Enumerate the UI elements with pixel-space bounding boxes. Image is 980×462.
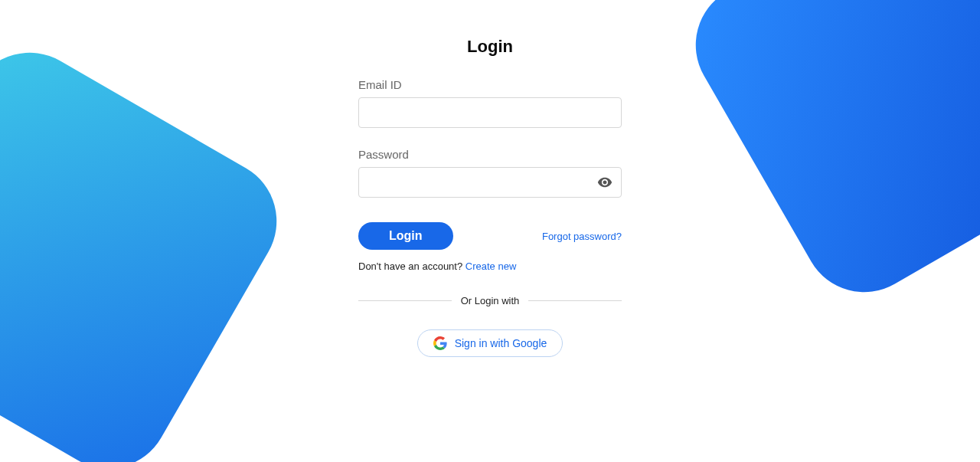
divider-line-left: [358, 300, 452, 301]
signup-row: Don't have an account? Create new: [358, 260, 622, 272]
google-signin-button[interactable]: Sign in with Google: [417, 329, 564, 357]
background-shape-right: [673, 0, 980, 315]
divider-line-right: [528, 300, 622, 301]
eye-icon: [597, 175, 612, 190]
login-button[interactable]: Login: [358, 222, 453, 250]
password-input[interactable]: [358, 167, 622, 198]
create-account-link[interactable]: Create new: [466, 260, 516, 272]
google-button-label: Sign in with Google: [455, 337, 547, 349]
login-form: Login Email ID Password Login Forgot pas…: [358, 0, 622, 357]
background-shape-left: [0, 30, 299, 462]
email-label: Email ID: [358, 78, 622, 91]
divider-text: Or Login with: [452, 295, 529, 306]
forgot-password-link[interactable]: Forgot password?: [542, 231, 622, 242]
password-input-wrap: [358, 167, 622, 198]
email-input[interactable]: [358, 97, 622, 128]
password-label: Password: [358, 148, 622, 161]
divider: Or Login with: [358, 295, 622, 306]
email-field-group: Email ID: [358, 78, 622, 128]
password-field-group: Password: [358, 148, 622, 198]
toggle-password-visibility-icon[interactable]: [597, 175, 612, 190]
signup-prompt: Don't have an account?: [358, 260, 466, 272]
google-button-wrap: Sign in with Google: [358, 329, 622, 357]
page-title: Login: [358, 37, 622, 57]
email-input-wrap: [358, 97, 622, 128]
google-icon: [433, 336, 447, 350]
action-row: Login Forgot password?: [358, 222, 622, 250]
